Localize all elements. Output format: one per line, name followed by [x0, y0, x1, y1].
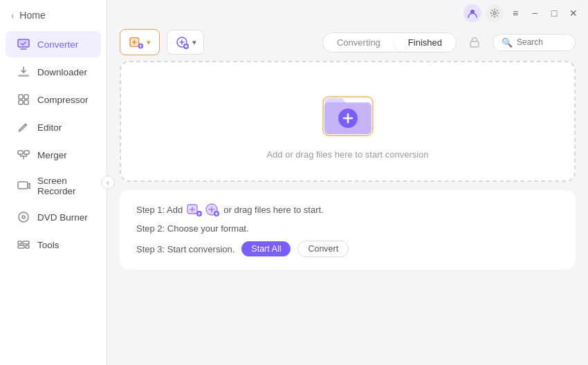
svg-rect-4 [24, 95, 28, 99]
sidebar-item-downloader[interactable]: Downloader [6, 59, 101, 85]
svg-rect-3 [19, 95, 23, 99]
start-all-button[interactable]: Start All [241, 241, 291, 256]
step-1-suffix: or drag files here to start. [223, 205, 324, 215]
svg-rect-14 [18, 245, 24, 248]
add-dropdown-arrow: ▾ [147, 38, 151, 47]
svg-point-10 [19, 212, 28, 222]
search-box[interactable]: 🔍 [493, 34, 576, 51]
tools-icon [17, 238, 30, 252]
dvd-burner-icon [17, 210, 30, 224]
converter-label: Converter [37, 39, 78, 50]
sidebar-nav: Converter Downloader Compr [0, 28, 107, 365]
step-2-row: Step 2: Choose your format. [136, 223, 559, 234]
compressor-icon [17, 93, 30, 106]
drop-zone[interactable]: Add or drag files here to start conversi… [120, 61, 576, 182]
tab-group: Converting Finished [322, 32, 457, 53]
drop-zone-text: Add or drag files here to start conversi… [266, 149, 428, 160]
lock-icon[interactable] [463, 31, 486, 53]
screen-recorder-icon [17, 179, 30, 193]
sidebar-item-compressor[interactable]: Compressor [6, 86, 101, 113]
editor-label: Editor [37, 122, 62, 133]
svg-rect-7 [18, 151, 23, 154]
svg-point-17 [493, 12, 496, 15]
sidebar-item-editor[interactable]: Editor [6, 114, 101, 140]
home-label: Home [19, 10, 45, 21]
svg-rect-2 [18, 75, 29, 77]
sidebar-item-dvd-burner[interactable]: DVD Burner [6, 204, 101, 230]
merger-label: Merger [37, 150, 67, 160]
step-3-text: Step 3: Start conversion. [136, 244, 235, 254]
svg-rect-8 [24, 151, 29, 154]
user-avatar[interactable] [463, 4, 481, 22]
sidebar-item-merger[interactable]: Merger [6, 142, 101, 168]
step-2-text: Step 2: Choose your format. [136, 223, 249, 234]
minimize-button[interactable]: − [527, 6, 542, 21]
dvd-burner-label: DVD Burner [37, 212, 88, 223]
add-device-icon [174, 35, 190, 49]
folder-illustration [320, 90, 376, 140]
tab-converting[interactable]: Converting [323, 33, 394, 52]
convert-button[interactable]: Convert [297, 241, 349, 257]
compressor-label: Compressor [37, 95, 89, 105]
step-1-row: Step 1: Add or drag files [136, 203, 559, 216]
search-input[interactable] [517, 37, 572, 47]
svg-rect-9 [18, 182, 28, 189]
toolbar: ▾ ▾ Converting Finished [107, 22, 588, 61]
svg-rect-22 [470, 41, 479, 47]
tools-label: Tools [37, 240, 59, 250]
maximize-button[interactable]: □ [546, 6, 562, 21]
editor-icon [17, 120, 30, 134]
svg-rect-15 [26, 245, 29, 248]
svg-rect-13 [23, 241, 29, 244]
step-1-text: Step 1: Add [136, 205, 183, 215]
device-dropdown-arrow: ▾ [192, 38, 196, 47]
downloader-icon [17, 65, 30, 79]
sidebar: ‹ Home Converter Down [0, 0, 107, 365]
titlebar: ≡ − □ ✕ [107, 0, 588, 22]
svg-rect-0 [18, 39, 29, 47]
merger-icon [17, 148, 30, 162]
close-button[interactable]: ✕ [566, 6, 581, 21]
sidebar-collapse-button[interactable]: ‹ [101, 176, 115, 189]
back-arrow-icon: ‹ [11, 10, 14, 21]
downloader-label: Downloader [37, 67, 87, 77]
step-1-icons [187, 203, 219, 216]
svg-rect-12 [18, 241, 21, 244]
add-files-button[interactable]: ▾ [120, 29, 160, 55]
add-files-icon [129, 35, 144, 50]
step-3-row: Step 3: Start conversion. Start All Conv… [136, 241, 559, 257]
converter-icon [17, 37, 30, 51]
main-content: ≡ − □ ✕ ▾ [107, 0, 588, 365]
hamburger-menu-button[interactable]: ≡ [508, 6, 523, 21]
add-device-button[interactable]: ▾ [167, 30, 204, 55]
search-icon: 🔍 [502, 37, 513, 48]
steps-card: Step 1: Add or drag files [120, 190, 576, 270]
sidebar-item-tools[interactable]: Tools [6, 232, 101, 258]
sidebar-item-converter[interactable]: Converter [6, 31, 101, 57]
content-area: Add or drag files here to start conversi… [107, 61, 588, 365]
sidebar-home-link[interactable]: ‹ Home [0, 0, 107, 28]
svg-point-11 [22, 216, 25, 218]
settings-avatar[interactable] [486, 4, 504, 22]
sidebar-item-screen-recorder[interactable]: Screen Recorder [6, 169, 101, 203]
tab-finished[interactable]: Finished [394, 33, 456, 52]
svg-rect-5 [19, 100, 23, 104]
screen-recorder-label: Screen Recorder [37, 176, 90, 196]
svg-rect-6 [24, 100, 28, 104]
